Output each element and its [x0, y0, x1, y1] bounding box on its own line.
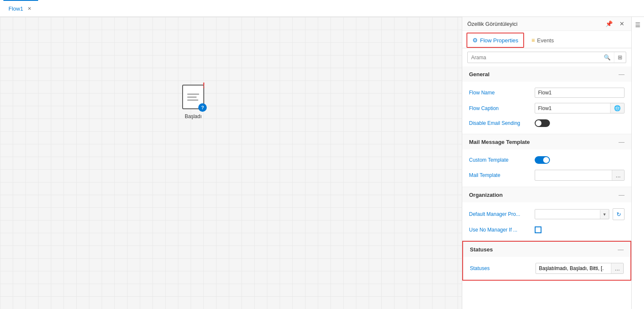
right-toolbar-menu-button[interactable]: ☰: [633, 20, 643, 30]
section-org-collapse-icon: —: [619, 191, 625, 198]
default-manager-select-wrap: ▾: [535, 209, 609, 219]
statuses-label: Statuses: [470, 265, 531, 271]
mail-template-ellipsis-button[interactable]: ...: [612, 170, 624, 180]
toggle-knob-on: [543, 157, 549, 163]
default-manager-value: ▾ ↻: [535, 208, 625, 220]
flow-node[interactable]: ! ? Başladı: [182, 85, 204, 119]
disable-email-toggle[interactable]: [535, 119, 550, 127]
right-panel: Özellik Görüntüleyici 📌 ✕ ⚙ Flow Propert…: [462, 17, 631, 309]
doc-line-2: [187, 97, 197, 98]
tab-bar: Flow1 ✕: [0, 0, 644, 17]
tab-flow-properties[interactable]: ⚙ Flow Properties: [466, 33, 524, 48]
translate-icon[interactable]: 🌐: [610, 103, 624, 113]
tab-flow-properties-label: Flow Properties: [480, 37, 518, 44]
panel-tabs: ⚙ Flow Properties ≡ Events: [462, 31, 631, 48]
search-input[interactable]: [468, 52, 600, 63]
flow-caption-value: 🌐: [535, 103, 625, 113]
section-org-header[interactable]: Organization —: [462, 187, 631, 202]
flow-caption-input[interactable]: [535, 104, 610, 113]
mail-template-input[interactable]: [535, 171, 612, 180]
flow-name-label: Flow Name: [469, 90, 530, 96]
prop-row-disable-email: Disable Email Sending: [462, 116, 631, 130]
section-mail-template: Mail Message Template — Custom Template: [462, 134, 631, 187]
doc-lines: [184, 90, 203, 104]
search-icon[interactable]: 🔍: [600, 52, 614, 63]
warning-badge: !: [203, 81, 205, 90]
panel-header: Özellik Görüntüleyici 📌 ✕: [462, 17, 631, 31]
section-mail-header[interactable]: Mail Message Template —: [462, 134, 631, 149]
panel-title: Özellik Görüntüleyici: [467, 21, 518, 27]
statuses-input[interactable]: [536, 264, 611, 273]
flow-caption-wrap: 🌐: [535, 103, 625, 113]
custom-template-value: [535, 156, 625, 164]
section-mail-body: Custom Template Mail Template: [462, 149, 631, 187]
toggle-knob: [536, 120, 541, 126]
tab-events[interactable]: ≡ Events: [526, 33, 559, 47]
dropdown-arrow-icon: ▾: [600, 210, 609, 219]
flow-name-input[interactable]: [535, 88, 625, 98]
custom-template-toggle[interactable]: [535, 156, 550, 164]
section-statuses-title: Statuses: [470, 246, 493, 253]
section-statuses-collapse-icon: —: [618, 246, 624, 253]
properties-content: General — Flow Name Flow Caption: [462, 66, 631, 309]
mail-template-label: Mail Template: [469, 172, 530, 178]
search-bar: 🔍 ⊞: [467, 52, 626, 63]
tab-label: Flow1: [8, 6, 23, 12]
section-general-header[interactable]: General —: [462, 66, 631, 82]
prop-row-use-no-manager: Use No Manager If ...: [462, 223, 631, 237]
prop-row-statuses: Statuses ...: [463, 260, 630, 276]
use-no-manager-label: Use No Manager If ...: [469, 227, 530, 233]
question-badge: ?: [198, 103, 207, 112]
prop-row-mail-template: Mail Template ...: [462, 167, 631, 183]
section-statuses: Statuses — Statuses ...: [462, 241, 631, 281]
canvas-area[interactable]: ! ? Başladı: [0, 17, 462, 309]
section-mail-collapse-icon: —: [619, 138, 625, 145]
gear-icon: ⚙: [472, 37, 478, 44]
prop-row-flow-name: Flow Name: [462, 85, 631, 100]
section-mail-title: Mail Message Template: [469, 139, 530, 145]
main-layout: ! ? Başladı Özellik Görüntüleyici 📌 ✕: [0, 17, 644, 309]
use-no-manager-checkbox[interactable]: [535, 226, 541, 233]
tab-events-label: Events: [537, 37, 554, 44]
section-statuses-header[interactable]: Statuses —: [463, 242, 630, 257]
section-organization: Organization — Default Manager Pro... ▾: [462, 187, 631, 241]
section-general-title: General: [469, 71, 489, 77]
default-manager-select[interactable]: [535, 210, 600, 219]
refresh-button[interactable]: ↻: [613, 208, 625, 220]
disable-email-value: [535, 119, 625, 127]
events-icon: ≡: [531, 37, 535, 44]
prop-row-flow-caption: Flow Caption 🌐: [462, 100, 631, 116]
section-org-title: Organization: [469, 192, 502, 198]
custom-template-label: Custom Template: [469, 157, 530, 163]
section-general-body: Flow Name Flow Caption 🌐: [462, 82, 631, 134]
right-toolbar: ☰: [631, 17, 644, 309]
close-panel-button[interactable]: ✕: [618, 19, 626, 28]
section-general-collapse-icon: —: [619, 71, 625, 77]
prop-row-default-manager: Default Manager Pro... ▾ ↻: [462, 206, 631, 223]
disable-email-label: Disable Email Sending: [469, 120, 530, 126]
mail-template-value: ...: [535, 170, 625, 181]
statuses-value: ...: [536, 263, 624, 274]
pin-button[interactable]: 📌: [604, 19, 614, 28]
tab-close-button[interactable]: ✕: [26, 5, 33, 12]
section-statuses-body: Statuses ...: [463, 257, 630, 280]
doc-line-1: [187, 94, 199, 95]
section-general: General — Flow Name Flow Caption: [462, 66, 631, 134]
grid-view-button[interactable]: ⊞: [614, 52, 626, 63]
doc-line-3: [187, 99, 198, 101]
statuses-wrap: ...: [536, 263, 624, 274]
mail-template-wrap: ...: [535, 170, 625, 181]
flow-name-value: [535, 88, 625, 98]
flow1-tab[interactable]: Flow1 ✕: [3, 0, 38, 17]
statuses-ellipsis-button[interactable]: ...: [611, 263, 623, 273]
section-org-body: Default Manager Pro... ▾ ↻: [462, 202, 631, 240]
panel-header-icons: 📌 ✕: [604, 19, 626, 28]
prop-row-custom-template: Custom Template: [462, 153, 631, 167]
default-manager-label: Default Manager Pro...: [469, 211, 530, 217]
flow-caption-label: Flow Caption: [469, 105, 530, 111]
flow-node-icon: ! ?: [182, 85, 204, 109]
flow-node-label: Başladı: [185, 113, 202, 119]
use-no-manager-value: [535, 226, 625, 233]
